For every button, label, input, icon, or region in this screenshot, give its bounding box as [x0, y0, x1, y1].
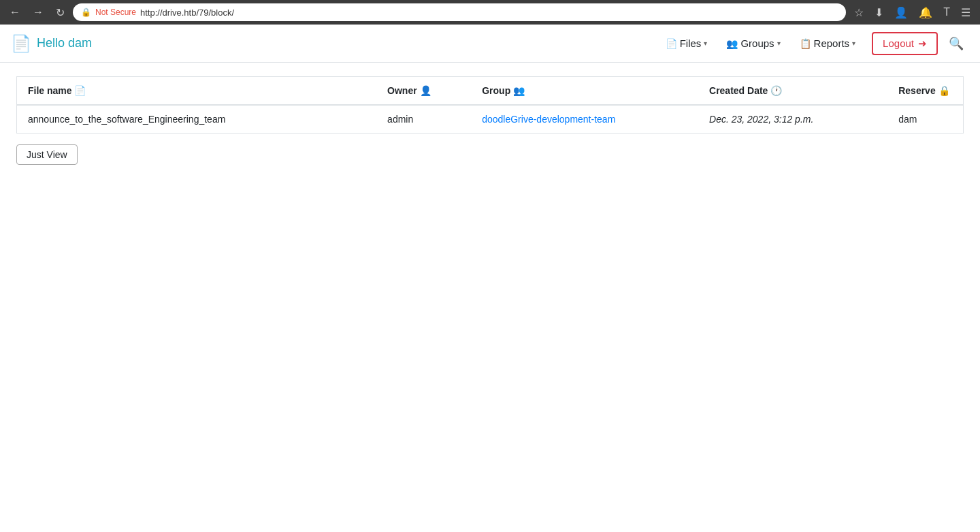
- cell-group: doodleGrive-development-team: [471, 105, 698, 134]
- col-header-date: Created Date 🕐: [698, 77, 887, 106]
- groups-icon: 👥: [726, 38, 738, 49]
- security-lock-icon: 🔒: [81, 7, 91, 17]
- forward-button[interactable]: →: [29, 5, 48, 20]
- browser-action-buttons: ☆ ⬇ 👤 🔔 T ☰: [850, 5, 975, 20]
- reports-icon: 📋: [800, 38, 811, 49]
- nav-files[interactable]: 📄 Files ▾: [657, 32, 716, 54]
- reports-dropdown-arrow: ▾: [852, 40, 855, 47]
- table-body: announce_to_the_software_Engineering_tea…: [17, 105, 964, 134]
- cell-date: Dec. 23, 2022, 3:12 p.m.: [698, 105, 887, 134]
- cell-filename: announce_to_the_software_Engineering_tea…: [17, 105, 377, 134]
- browser-chrome: ← → ↻ 🔒 Not Secure http://drive.htb/79/b…: [0, 0, 980, 25]
- nav-reports[interactable]: 📋 Reports ▾: [791, 32, 864, 54]
- search-button[interactable]: 🔍: [943, 31, 969, 57]
- notification-button[interactable]: 🔔: [915, 5, 936, 20]
- address-bar[interactable]: 🔒 Not Secure http://drive.htb/79/block/: [73, 3, 846, 21]
- file-table: File name 📄 Owner 👤 Group 👥 Created Date…: [16, 76, 964, 134]
- profile-button[interactable]: 👤: [890, 5, 912, 20]
- files-dropdown-arrow: ▾: [704, 40, 707, 47]
- groups-label: Groups: [740, 37, 774, 49]
- menu-button[interactable]: ☰: [957, 5, 975, 20]
- just-view-button[interactable]: Just View: [16, 144, 78, 165]
- table-header: File name 📄 Owner 👤 Group 👥 Created Date…: [17, 77, 964, 106]
- app-navbar: 📄 Hello dam 📄 Files ▾ 👥 Groups ▾ 📋 Repor…: [0, 25, 980, 63]
- reports-label: Reports: [814, 37, 850, 49]
- col-header-filename: File name 📄: [17, 77, 377, 106]
- nav-groups[interactable]: 👥 Groups ▾: [718, 32, 788, 54]
- search-icon: 🔍: [949, 37, 964, 50]
- reload-button[interactable]: ↻: [52, 5, 69, 20]
- cell-owner: admin: [376, 105, 471, 134]
- filename-icon: 📄: [74, 85, 86, 96]
- owner-icon: 👤: [420, 85, 431, 96]
- date-icon: 🕐: [770, 85, 782, 96]
- brand-link[interactable]: 📄 Hello dam: [11, 34, 92, 53]
- logout-icon: ➜: [918, 37, 927, 50]
- extra-button[interactable]: T: [939, 5, 954, 20]
- files-label: Files: [680, 37, 702, 49]
- cell-reserve: dam: [887, 105, 963, 134]
- nav-menu: 📄 Files ▾ 👥 Groups ▾ 📋 Reports ▾ Logout …: [657, 31, 969, 57]
- col-header-owner: Owner 👤: [376, 77, 471, 106]
- logout-button[interactable]: Logout ➜: [872, 32, 938, 55]
- group-link[interactable]: doodleGrive-development-team: [482, 114, 615, 125]
- extensions-button[interactable]: ⬇: [870, 5, 887, 20]
- back-button[interactable]: ←: [5, 5, 24, 20]
- table-row: announce_to_the_software_Engineering_tea…: [17, 105, 964, 134]
- logout-label: Logout: [883, 37, 914, 49]
- main-content: File name 📄 Owner 👤 Group 👥 Created Date…: [0, 63, 980, 178]
- files-icon: 📄: [666, 38, 677, 49]
- brand-text: Hello dam: [37, 36, 92, 50]
- col-header-group: Group 👥: [471, 77, 698, 106]
- url-text: http://drive.htb/79/block/: [140, 7, 838, 18]
- security-label: Not Secure: [95, 7, 136, 17]
- group-icon: 👥: [513, 85, 525, 96]
- table-header-row: File name 📄 Owner 👤 Group 👥 Created Date…: [17, 77, 964, 106]
- col-header-reserve: Reserve 🔒: [887, 77, 963, 106]
- reserve-icon: 🔒: [938, 85, 950, 96]
- groups-dropdown-arrow: ▾: [777, 40, 781, 47]
- brand-icon: 📄: [11, 34, 31, 53]
- bookmark-button[interactable]: ☆: [850, 5, 868, 20]
